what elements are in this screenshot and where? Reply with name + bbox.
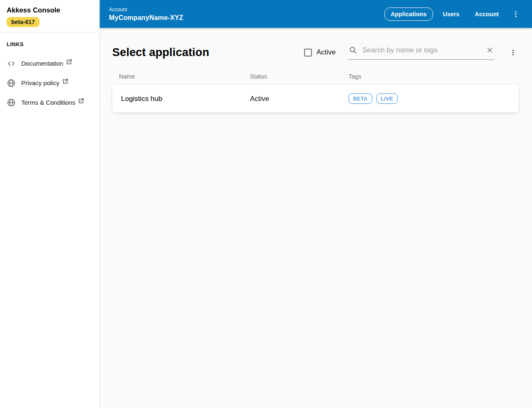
appbar-titles: Account MyCompanyName-XYZ [109, 7, 183, 22]
external-link-icon [66, 59, 72, 65]
nav-applications[interactable]: Applications [384, 7, 433, 21]
applications-table: Name Status Tags Logistics hub Active BE… [112, 70, 519, 113]
search-icon [349, 46, 357, 54]
sidebar-item-label: Terms & Conditions [21, 99, 75, 106]
column-header-tags: Tags [349, 73, 519, 80]
sidebar-branding: Akkess Console beta-617 [0, 0, 99, 32]
external-link-icon [62, 79, 68, 84]
column-header-status: Status [250, 73, 349, 80]
tag-chip: LIVE [376, 93, 398, 104]
tag-chip: BETA [349, 93, 372, 104]
application-tags: BETA LIVE [349, 93, 519, 104]
globe-icon [7, 98, 16, 107]
active-checkbox-label: Active [317, 48, 336, 57]
toolbar: Select application Active [112, 45, 519, 60]
column-header-name: Name [119, 73, 250, 80]
account-name: MyCompanyName-XYZ [109, 14, 183, 22]
kebab-menu-icon[interactable] [510, 8, 522, 20]
globe-icon [7, 79, 16, 88]
kebab-menu-icon[interactable] [507, 47, 519, 58]
links-section-header: LINKS [7, 41, 93, 47]
nav-account[interactable]: Account [470, 7, 504, 21]
sidebar: Akkess Console beta-617 LINKS Documentat… [0, 0, 100, 408]
sidebar-item-label: Documentation [21, 60, 63, 67]
active-filter[interactable]: Active [304, 48, 336, 57]
search-input[interactable] [362, 46, 486, 54]
sidebar-item-terms-and-conditions[interactable]: Terms & Conditions [0, 93, 99, 112]
app-title: Akkess Console [7, 6, 93, 14]
app-bar: Account MyCompanyName-XYZ Applications U… [100, 0, 532, 28]
content-area: Select application Active [100, 28, 532, 408]
sidebar-item-documentation[interactable]: Documentation [0, 54, 99, 73]
main-pane: Account MyCompanyName-XYZ Applications U… [100, 0, 532, 408]
active-checkbox[interactable] [304, 49, 312, 57]
application-status: Active [250, 95, 349, 103]
table-row[interactable]: Logistics hub Active BETA LIVE [112, 85, 519, 113]
sidebar-item-privacy-policy[interactable]: Privacy policy [0, 73, 99, 93]
close-icon[interactable] [486, 47, 493, 54]
appbar-nav: Applications Users Account [380, 7, 524, 21]
external-link-icon [78, 98, 84, 104]
sidebar-item-label: Privacy policy [21, 79, 59, 86]
breadcrumb: Account [109, 7, 183, 12]
nav-users[interactable]: Users [438, 7, 465, 21]
application-name: Logistics hub [121, 95, 250, 103]
page-title: Select application [112, 46, 209, 59]
version-badge: beta-617 [7, 17, 40, 27]
search-field[interactable] [348, 45, 494, 60]
sidebar-nav: Documentation Privacy policy [0, 54, 99, 112]
table-header-row: Name Status Tags [112, 70, 519, 85]
code-icon [7, 59, 16, 68]
